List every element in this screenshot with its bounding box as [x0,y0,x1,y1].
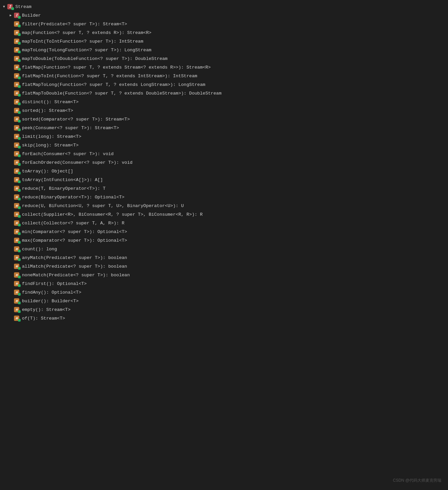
tree-item[interactable]: mempty(): Stream<T> [0,306,448,314]
tree-item[interactable]: manyMatch(Predicate<? super T>): boolean [0,254,448,262]
tree-item[interactable]: mforEach(Consumer<? super T>): void [0,150,448,158]
item-label: peek(Consumer<? super T>): Stream<T> [22,124,119,132]
tree-item[interactable]: mflatMapToDouble(Function<? super T, ? e… [0,89,448,98]
tree-item[interactable]: mforEachOrdered(Consumer<? super T>): vo… [0,158,448,167]
item-label: mapToLong(ToLongFunction<? super T>): Lo… [22,47,151,54]
visibility-badge [18,189,21,192]
method-icon: m [14,99,21,105]
tree-item[interactable]: mmap(Function<? super T, ? extends R>): … [0,29,448,37]
tree-item[interactable]: mlimit(long): Stream<T> [0,132,448,141]
item-label: builder(): Builder<T> [22,298,79,305]
tree-item[interactable]: mcollect(Supplier<R>, BiConsumer<R, ? su… [0,210,448,219]
tree-item[interactable]: mskip(long): Stream<T> [0,141,448,150]
visibility-badge [18,232,21,235]
item-label: toArray(): Object[] [22,168,73,175]
method-icon: m [14,186,21,192]
tree-item[interactable]: IStream [0,3,448,11]
method-icon: m [14,108,21,114]
visibility-badge [18,293,21,296]
item-label: flatMapToLong(Function<? super T, ? exte… [22,81,205,89]
method-icon: m [14,117,21,122]
item-label: forEachOrdered(Consumer<? super T>): voi… [22,159,132,166]
method-icon: m [14,264,21,270]
item-label: allMatch(Predicate<? super T>): boolean [22,263,127,270]
tree-item[interactable]: mbuilder(): Builder<T> [0,297,448,306]
tree-item[interactable]: mflatMapToInt(Function<? super T, ? exte… [0,72,448,81]
tree-item[interactable]: mreduce(T, BinaryOperator<T>): T [0,184,448,193]
visibility-badge [18,319,21,322]
tree-item[interactable]: mreduce(BinaryOperator<T>): Optional<T> [0,193,448,202]
visibility-badge [18,172,21,174]
item-label: count(): long [22,246,57,253]
item-label: map(Function<? super T, ? extends R>): S… [22,29,151,37]
visibility-badge [11,7,14,10]
expand-arrow[interactable] [8,13,13,18]
visibility-badge [18,154,21,157]
tree-item[interactable]: mmapToLong(ToLongFunction<? super T>): L… [0,46,448,55]
expand-arrow[interactable] [1,4,7,10]
visibility-badge [18,276,21,278]
visibility-badge [18,284,21,287]
item-label: mapToInt(ToIntFunction<? super T>): IntS… [22,38,143,45]
tree-item[interactable]: mtoArray(): Object[] [0,167,448,176]
tree-item[interactable]: mnoneMatch(Predicate<? super T>): boolea… [0,271,448,280]
item-label: empty(): Stream<T> [22,306,71,314]
method-icon: m [14,30,21,36]
tree-item[interactable]: mflatMap(Function<? super T, ? extends S… [0,63,448,72]
visibility-badge [18,302,21,304]
tree-item[interactable]: mmapToDouble(ToDoubleFunction<? super T>… [0,55,448,63]
visibility-badge [18,258,21,261]
visibility-badge [18,224,21,226]
visibility-badge [18,128,21,131]
tree-item[interactable]: msorted(): Stream<T> [0,107,448,115]
item-label: collect(Supplier<R>, BiConsumer<R, ? sup… [22,211,203,218]
item-label: sorted(Comparator<? super T>): Stream<T> [22,116,130,123]
method-icon: m [14,65,21,71]
visibility-badge [18,215,21,218]
item-label: forEach(Consumer<? super T>): void [22,150,113,158]
item-label: anyMatch(Predicate<? super T>): boolean [22,254,127,262]
method-icon: m [14,238,21,244]
method-icon: m [14,91,21,97]
item-label: noneMatch(Predicate<? super T>): boolean [22,272,130,279]
item-label: Stream [15,3,32,11]
visibility-badge [18,33,21,36]
tree-item[interactable]: mfilter(Predicate<? super T>): Stream<T> [0,20,448,29]
static-method-icon: m [14,316,21,322]
tree-item[interactable]: mflatMapToLong(Function<? super T, ? ext… [0,81,448,89]
tree-item[interactable]: msorted(Comparator<? super T>): Stream<T… [0,115,448,124]
visibility-badge [18,198,21,200]
method-icon: m [14,255,21,261]
item-label: max(Comparator<? super T>): Optional<T> [22,237,127,244]
method-icon: m [14,125,21,131]
interface-icon: I [7,4,14,10]
tree-item[interactable]: mdistinct(): Stream<T> [0,98,448,107]
method-icon: m [14,203,21,209]
tree-item[interactable]: mcollect(Collector<? super T, A, R>): R [0,219,448,228]
tree-item[interactable]: mtoArray(IntFunction<A[]>): A[] [0,176,448,184]
item-label: skip(long): Stream<T> [22,142,79,149]
tree-container: IStreamIBuildermfilter(Predicate<? super… [0,0,448,326]
tree-item[interactable]: mallMatch(Predicate<? super T>): boolean [0,262,448,271]
visibility-badge [18,120,21,122]
visibility-badge [18,241,21,244]
visibility-badge [18,146,21,148]
method-icon: m [14,134,21,140]
visibility-badge [18,77,21,79]
visibility-badge [18,94,21,97]
item-label: Builder [22,12,41,19]
tree-item[interactable]: mfindFirst(): Optional<T> [0,280,448,288]
tree-item[interactable]: mcount(): long [0,245,448,254]
item-label: reduce(U, BiFunction<U, ? super T, U>, B… [22,202,184,210]
tree-item[interactable]: mreduce(U, BiFunction<U, ? super T, U>, … [0,202,448,210]
tree-item[interactable]: mmax(Comparator<? super T>): Optional<T> [0,236,448,245]
tree-item[interactable]: IBuilder [0,11,448,20]
tree-item[interactable]: mmapToInt(ToIntFunction<? super T>): Int… [0,37,448,46]
tree-item[interactable]: mpeek(Consumer<? super T>): Stream<T> [0,124,448,132]
item-label: of(T): Stream<T> [22,315,65,322]
item-label: filter(Predicate<? super T>): Stream<T> [22,21,127,28]
tree-item[interactable]: mmin(Comparator<? super T>): Optional<T> [0,228,448,236]
item-label: reduce(BinaryOperator<T>): Optional<T> [22,194,124,201]
tree-item[interactable]: mfindAny(): Optional<T> [0,288,448,297]
tree-item[interactable]: mof(T): Stream<T> [0,314,448,323]
